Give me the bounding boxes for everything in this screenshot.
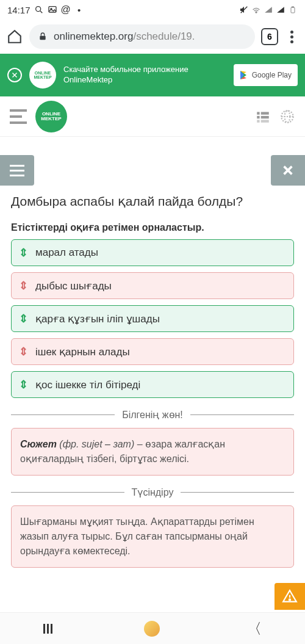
battery-icon — [288, 5, 298, 15]
svg-rect-8 — [40, 36, 45, 40]
browser-menu-button[interactable] — [284, 31, 299, 43]
content-area: Домбыра аспабы қалай пайда болды? Етісті… — [0, 186, 305, 575]
feedback-box: Сюжет (фр. sujet – зат) – өзара жалғасқа… — [11, 428, 294, 476]
drag-handle-icon[interactable]: ⇕ — [19, 246, 28, 259]
search-icon — [34, 5, 44, 15]
nav-back-button[interactable]: 〈 — [247, 619, 262, 639]
image-icon — [48, 5, 57, 15]
browser-bar: onlinemektep.org/schedule/19. 6 — [0, 20, 305, 54]
svg-rect-6 — [291, 7, 295, 13]
sortable-option[interactable]: ⇕дыбыс шығады — [11, 272, 294, 299]
svg-rect-14 — [261, 115, 269, 118]
svg-point-5 — [256, 12, 257, 13]
explain-divider: Түсіндіру — [11, 487, 294, 498]
question-title: Домбыра аспабы қалай пайда болды? — [11, 193, 294, 209]
tab-count-button[interactable]: 6 — [261, 28, 278, 45]
dot-icon: • — [74, 5, 84, 15]
site-header: ONLINE MEKTEP — [0, 96, 305, 137]
feedback-divider: Білгенің жөн! — [11, 409, 294, 421]
signal-icon-2 — [276, 5, 285, 15]
svg-point-23 — [289, 599, 290, 600]
signal-icon — [264, 5, 273, 15]
close-button[interactable] — [271, 155, 305, 186]
status-time: 14:17 — [7, 5, 30, 15]
svg-rect-16 — [261, 120, 269, 122]
site-logo[interactable]: ONLINE MEKTEP — [35, 101, 67, 132]
explain-box: Шығарманы мұқият тыңда. Ақпараттарды рет… — [11, 505, 294, 568]
banner-text: Скачайте мобильное приложение OnlineMekt… — [63, 65, 226, 85]
feedback-heading: Білгенің жөн! — [122, 409, 183, 421]
svg-rect-7 — [292, 7, 294, 7]
globe-icon[interactable] — [279, 109, 295, 125]
banner-logo: ONLINE MEKTEP — [29, 62, 56, 89]
app-download-banner: ONLINE MEKTEP Скачайте мобильное приложе… — [0, 54, 305, 96]
drag-handle-icon[interactable]: ⇕ — [19, 312, 28, 325]
svg-rect-15 — [257, 120, 259, 122]
drag-handle-icon[interactable]: ⇕ — [19, 378, 28, 391]
warning-button[interactable] — [274, 583, 305, 610]
url-text: onlinemektep.org/schedule/19. — [54, 31, 195, 43]
system-nav-bar: 〈 — [0, 612, 305, 644]
lock-icon — [38, 32, 48, 42]
nav-home-button[interactable] — [144, 621, 160, 637]
list-icon[interactable] — [255, 109, 271, 125]
option-text: қарға құзғын іліп ұшады — [35, 313, 160, 325]
explain-heading: Түсіндіру — [132, 487, 174, 498]
sortable-option[interactable]: ⇕марал атады — [11, 239, 294, 266]
drag-handle-icon[interactable]: ⇕ — [19, 345, 28, 358]
svg-rect-12 — [261, 112, 269, 114]
menu-toggle-button[interactable] — [10, 109, 27, 124]
browser-home-button[interactable] — [6, 28, 23, 45]
svg-rect-13 — [257, 115, 259, 118]
svg-line-1 — [40, 11, 42, 13]
drag-handle-icon[interactable]: ⇕ — [19, 279, 28, 292]
at-icon: @ — [61, 5, 71, 15]
svg-point-0 — [35, 7, 40, 12]
sortable-option[interactable]: ⇕қос ішекке тіл бітіреді — [11, 371, 294, 398]
mute-icon — [239, 5, 249, 15]
svg-rect-2 — [49, 7, 56, 12]
option-text: дыбыс шығады — [35, 280, 112, 292]
banner-close-button[interactable] — [7, 68, 22, 82]
sortable-option[interactable]: ⇕ішек қарнын алады — [11, 338, 294, 365]
sidebar-open-button[interactable] — [0, 155, 34, 186]
nav-recent-button[interactable] — [43, 624, 57, 634]
svg-rect-11 — [257, 112, 259, 114]
status-bar: 14:17 @ • — [0, 0, 305, 20]
option-text: марал атады — [35, 247, 98, 259]
wifi-icon — [251, 5, 261, 15]
sortable-option[interactable]: ⇕қарға құзғын іліп ұшады — [11, 305, 294, 332]
google-play-button[interactable]: Google Play — [234, 64, 298, 86]
option-text: ішек қарнын алады — [35, 346, 130, 358]
option-text: қос ішекке тіл бітіреді — [35, 378, 140, 391]
url-bar[interactable]: onlinemektep.org/schedule/19. — [29, 24, 255, 49]
controls-row — [0, 155, 305, 186]
question-instruction: Етістіктерді оқиға ретімен орналастыр. — [11, 222, 294, 233]
